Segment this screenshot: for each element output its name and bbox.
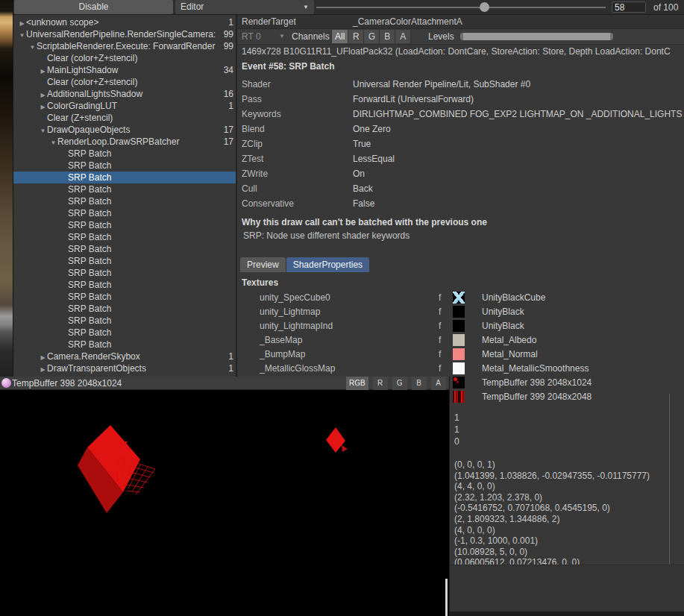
preview-header[interactable]: TempBuffer 398 2048x1024 RGBRGBA <box>0 377 450 390</box>
tree-row[interactable]: SRP Batch <box>13 255 236 267</box>
property-value: LessEqual <box>353 151 683 166</box>
tree-row[interactable]: Clear (Z+stencil) <box>13 112 236 124</box>
vector-value: (-0.5416752, 0.7071068, 0.4545195, 0) <box>454 503 650 514</box>
texture-type-flag: f <box>439 362 441 376</box>
disclosure-triangle-icon[interactable]: ▶ <box>39 66 47 76</box>
tree-row[interactable]: SRP Batch <box>13 195 236 207</box>
channel-button[interactable]: B <box>380 30 395 43</box>
tree-row[interactable]: ▶MainLightShadow 34 <box>13 64 236 76</box>
tree-row[interactable]: SRP Batch <box>13 160 236 172</box>
texture-thumbnail[interactable] <box>453 306 465 318</box>
scrollbar-track[interactable] <box>669 394 670 570</box>
disable-button[interactable]: Disable <box>14 0 173 14</box>
channel-button[interactable]: All <box>331 30 348 43</box>
tree-row[interactable]: ▼UniversalRenderPipeline.RenderSingleCam… <box>13 28 236 40</box>
tree-row[interactable]: ▶ColorGradingLUT 1 <box>13 100 236 112</box>
tree-row[interactable]: ▶AdditionalLightsShadow 16 <box>13 88 236 100</box>
disclosure-triangle-icon[interactable]: ▶ <box>39 89 47 100</box>
texture-thumbnail[interactable] <box>453 362 465 374</box>
texture-sphere-icon <box>1 378 11 388</box>
tree-row-label: AdditionalLightsShadow <box>47 89 142 99</box>
texture-thumbnail[interactable] <box>453 391 465 403</box>
detail-tab[interactable]: Preview <box>240 257 286 272</box>
tree-row[interactable]: SRP Batch <box>13 231 236 243</box>
disclosure-triangle-icon[interactable]: ▼ <box>18 30 26 40</box>
disclosure-triangle-icon[interactable]: ▶ <box>18 18 26 28</box>
tree-row[interactable]: ▶<unknown scope> 1 <box>13 16 236 28</box>
preview-channel-button[interactable]: RGB <box>346 377 368 390</box>
vector-value: (0, 0, 0, 1) <box>454 459 650 471</box>
tree-row[interactable]: ▼DrawOpaqueObjects 17 <box>13 124 236 136</box>
disclosure-triangle-icon[interactable]: ▶ <box>39 352 47 362</box>
disclosure-triangle-icon[interactable]: ▼ <box>49 137 57 148</box>
channel-button[interactable]: A <box>395 30 411 43</box>
disclosure-triangle-icon[interactable]: ▶ <box>39 364 47 374</box>
channel-button[interactable]: G <box>364 30 380 43</box>
texture-row: _BumpMap f Metal_Normal <box>237 348 684 362</box>
tree-row[interactable]: SRP Batch <box>13 339 236 351</box>
scalar-values-list: 110 <box>454 412 459 447</box>
property-label: Conservative <box>242 196 294 211</box>
resize-handle-highlight[interactable] <box>445 579 448 616</box>
tree-row[interactable]: ▶DrawTransparentObjects 1 <box>13 362 236 374</box>
tree-row-count: 1 <box>228 362 233 374</box>
tree-row[interactable]: SRP Batch <box>13 243 236 255</box>
disclosure-triangle-icon[interactable]: ▼ <box>28 42 37 52</box>
tree-row[interactable]: ▼RenderLoop.DrawSRPBatcher 17 <box>13 136 236 148</box>
texture-thumbnail[interactable] <box>453 348 465 360</box>
tree-row[interactable]: SRP Batch <box>13 303 236 315</box>
tree-row[interactable]: Clear (color+Z+stencil) <box>13 52 236 64</box>
frame-number-input[interactable] <box>612 1 646 13</box>
property-row: Cull Back <box>237 181 684 196</box>
tree-row[interactable]: SRP Batch <box>13 172 236 183</box>
disclosure-triangle-icon[interactable]: ▼ <box>39 125 47 136</box>
tree-row-label: <unknown scope> <box>26 17 98 28</box>
property-row: Blend One Zero <box>237 122 684 136</box>
property-value: Back <box>353 181 683 196</box>
rt-dropdown[interactable]: RT 0 ▼ <box>240 30 286 43</box>
detail-tabs: PreviewShaderProperties <box>240 257 369 272</box>
property-value: One Zero <box>353 122 683 136</box>
tree-row[interactable]: SRP Batch <box>13 327 236 339</box>
preview-channel-button[interactable]: G <box>392 377 407 390</box>
texture-property-name: unity_LightmapInd <box>260 319 333 333</box>
channel-button[interactable]: R <box>348 30 364 43</box>
tree-row[interactable]: SRP Batch <box>13 315 236 327</box>
channels-label: Channels <box>292 29 330 44</box>
frame-slider-handle[interactable] <box>480 2 489 12</box>
batch-break-reason: SRP: Node use different shader keywords <box>243 230 410 241</box>
window-bottom-edge <box>450 612 684 616</box>
property-value: False <box>353 196 683 211</box>
frame-slider[interactable] <box>316 7 606 8</box>
preview-channel-button[interactable]: B <box>412 377 427 390</box>
property-label: ZClip <box>242 136 263 151</box>
texture-thumbnail[interactable] <box>453 377 465 389</box>
detail-tab[interactable]: ShaderProperties <box>286 257 369 272</box>
tree-row[interactable]: Clear (color+Z+stencil) <box>13 76 236 88</box>
tree-row[interactable]: SRP Batch <box>13 183 236 195</box>
tree-row[interactable]: SRP Batch <box>13 207 236 219</box>
tree-row[interactable]: SRP Batch <box>13 291 236 303</box>
tree-row[interactable]: ▼ScriptableRenderer.Execute: ForwardRend… <box>13 40 236 52</box>
preview-title: TempBuffer 398 2048x1024 <box>12 377 122 390</box>
texture-thumbnail[interactable] <box>453 292 465 304</box>
levels-label: Levels <box>428 29 454 44</box>
tree-row[interactable]: SRP Batch <box>13 279 236 291</box>
tree-row[interactable]: SRP Batch <box>13 267 236 279</box>
preview-channel-button[interactable]: A <box>431 377 446 390</box>
levels-range-slider[interactable] <box>460 33 613 40</box>
texture-property-name: unity_Lightmap <box>260 305 320 319</box>
tree-row-label: SRP Batch <box>68 268 111 278</box>
scalar-value: 1 <box>454 424 459 436</box>
preview-channel-buttons: RGBRGBA <box>346 377 446 390</box>
tree-row[interactable]: SRP Batch <box>13 148 236 160</box>
texture-property-name: _MetallicGlossMap <box>260 362 335 376</box>
tree-row[interactable]: ▶Camera.RenderSkybox 1 <box>13 351 236 362</box>
texture-thumbnail[interactable] <box>453 334 465 346</box>
property-row: Pass ForwardLit (UniversalForward) <box>237 92 684 107</box>
editor-dropdown[interactable]: Editor ▼ <box>175 0 314 14</box>
tree-row[interactable]: SRP Batch <box>13 219 236 231</box>
preview-channel-button[interactable]: R <box>373 377 388 390</box>
disclosure-triangle-icon[interactable]: ▶ <box>39 101 47 112</box>
texture-thumbnail[interactable] <box>453 320 465 332</box>
